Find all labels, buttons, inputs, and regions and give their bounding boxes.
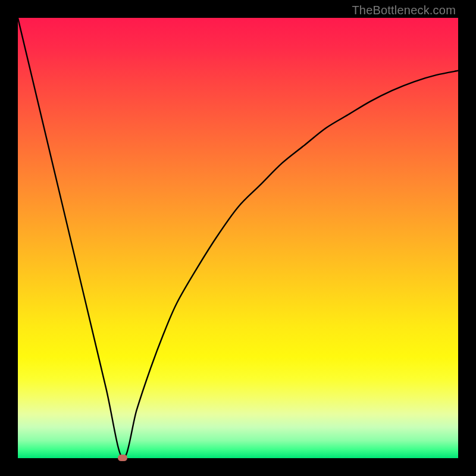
bottleneck-curve (18, 18, 458, 458)
plot-area (18, 18, 458, 458)
watermark-text: TheBottleneck.com (352, 4, 456, 17)
optimal-point-marker (118, 455, 127, 461)
chart-frame: TheBottleneck.com (0, 0, 476, 476)
